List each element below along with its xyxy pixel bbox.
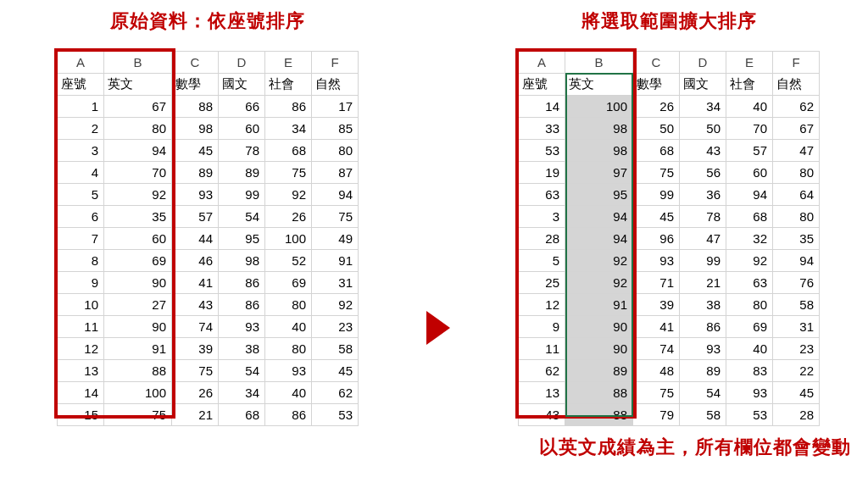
col-letter: D [680, 52, 726, 74]
table-cell: 1 [58, 96, 104, 118]
table-row: 99041866931 [58, 272, 359, 294]
table-row: 157521688653 [58, 404, 359, 426]
table-cell: 47 [680, 228, 726, 250]
table-cell: 90 [565, 338, 633, 360]
table-cell: 14 [58, 382, 104, 404]
table-cell: 28 [773, 404, 820, 426]
table-cell: 35 [104, 206, 172, 228]
table-cell: 60 [104, 228, 172, 250]
table-cell: 3 [519, 206, 565, 228]
table-cell: 80 [104, 118, 172, 140]
table-cell: 86 [219, 294, 265, 316]
left-table: A B C D E F 座號 英文 數學 國文 社會 自然 1678866861… [57, 51, 359, 426]
table-row: 39445786880 [519, 206, 820, 228]
table-cell: 86 [219, 272, 265, 294]
table-row: 39445786880 [58, 140, 359, 162]
table-cell: 34 [265, 118, 312, 140]
table-cell: 91 [312, 250, 359, 272]
header-row: 座號 英文 數學 國文 社會 自然 [519, 74, 820, 96]
table-cell: 89 [172, 162, 219, 184]
table-cell: 80 [312, 140, 359, 162]
table-cell: 80 [773, 206, 820, 228]
table-cell: 93 [726, 382, 773, 404]
table-cell: 89 [565, 360, 633, 382]
table-cell: 46 [172, 250, 219, 272]
header-cell: 國文 [680, 74, 726, 96]
table-cell: 92 [104, 184, 172, 206]
col-letter: B [104, 52, 172, 74]
table-cell: 68 [726, 206, 773, 228]
table-cell: 40 [265, 316, 312, 338]
table-cell: 88 [172, 96, 219, 118]
table-row: 119074934023 [58, 316, 359, 338]
table-cell: 5 [519, 250, 565, 272]
table-cell: 36 [680, 184, 726, 206]
table-row: 289496473235 [519, 228, 820, 250]
table-cell: 49 [312, 228, 359, 250]
table-row: 86946985291 [58, 250, 359, 272]
table-cell: 66 [219, 96, 265, 118]
table-cell: 58 [312, 338, 359, 360]
right-caption: 以英文成績為主，所有欄位都會變動 [487, 435, 851, 460]
table-cell: 57 [726, 140, 773, 162]
table-cell: 62 [519, 360, 565, 382]
table-cell: 26 [172, 382, 219, 404]
table-cell: 54 [219, 360, 265, 382]
table-cell: 38 [219, 338, 265, 360]
table-cell: 92 [265, 184, 312, 206]
table-cell: 43 [680, 140, 726, 162]
table-cell: 85 [312, 118, 359, 140]
col-letter: C [633, 52, 680, 74]
table-cell: 23 [773, 338, 820, 360]
header-cell: 座號 [519, 74, 565, 96]
table-cell: 41 [633, 316, 680, 338]
header-cell: 數學 [172, 74, 219, 96]
table-cell: 94 [565, 206, 633, 228]
header-row: 座號 英文 數學 國文 社會 自然 [58, 74, 359, 96]
table-cell: 58 [680, 404, 726, 426]
table-cell: 93 [680, 338, 726, 360]
table-cell: 21 [680, 272, 726, 294]
left-panel: 原始資料：依座號排序 A B C D E F 座號 英文 數學 國文 社會 自然 [25, 8, 390, 426]
table-cell: 9 [58, 272, 104, 294]
table-cell: 83 [726, 360, 773, 382]
table-cell: 69 [265, 272, 312, 294]
table-row: 259271216376 [519, 272, 820, 294]
table-row: 199775566080 [519, 162, 820, 184]
header-cell: 英文 [104, 74, 172, 96]
table-cell: 60 [219, 118, 265, 140]
table-cell: 50 [633, 118, 680, 140]
table-cell: 48 [633, 360, 680, 382]
table-cell: 41 [172, 272, 219, 294]
table-cell: 100 [265, 228, 312, 250]
table-cell: 67 [104, 96, 172, 118]
table-row: 28098603485 [58, 118, 359, 140]
table-cell: 8 [58, 250, 104, 272]
table-cell: 10 [58, 294, 104, 316]
table-cell: 93 [219, 316, 265, 338]
table-cell: 93 [633, 250, 680, 272]
table-cell: 89 [680, 360, 726, 382]
table-cell: 27 [104, 294, 172, 316]
table-cell: 94 [312, 184, 359, 206]
table-cell: 74 [172, 316, 219, 338]
left-sheet-wrapper: A B C D E F 座號 英文 數學 國文 社會 自然 1678866861… [57, 51, 359, 426]
table-cell: 23 [312, 316, 359, 338]
table-cell: 7 [58, 228, 104, 250]
table-cell: 45 [312, 360, 359, 382]
table-cell: 26 [265, 206, 312, 228]
table-cell: 63 [726, 272, 773, 294]
table-cell: 44 [172, 228, 219, 250]
table-row: 539868435747 [519, 140, 820, 162]
table-cell: 78 [219, 140, 265, 162]
right-sheet-wrapper: A B C D E F 座號 英文 數學 國文 社會 自然 1410026344… [518, 51, 820, 426]
table-row: 138875549345 [58, 360, 359, 382]
table-cell: 45 [172, 140, 219, 162]
table-row: 1410026344062 [519, 96, 820, 118]
table-cell: 57 [172, 206, 219, 228]
table-cell: 40 [726, 96, 773, 118]
table-row: 63557542675 [58, 206, 359, 228]
table-cell: 40 [726, 338, 773, 360]
table-cell: 40 [265, 382, 312, 404]
table-cell: 22 [773, 360, 820, 382]
